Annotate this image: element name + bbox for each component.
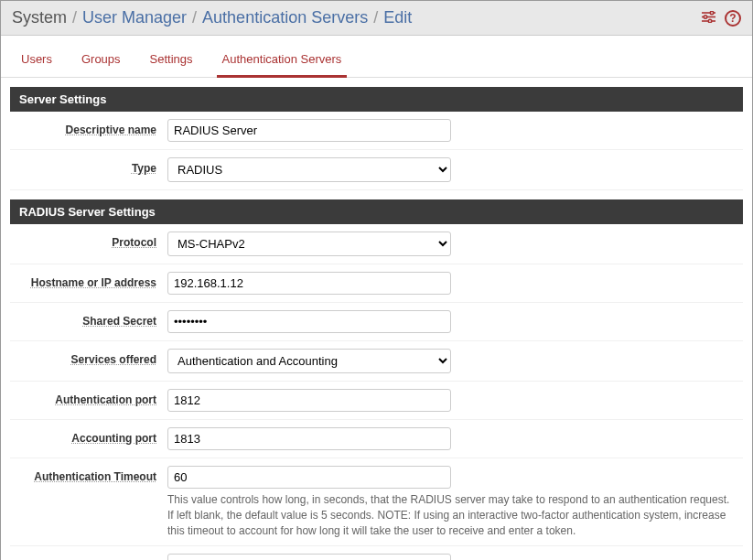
nas-ip-select[interactable]: LAN - 192.168.1.1 [167,554,451,560]
help-icon[interactable]: ? [725,10,741,27]
svg-point-5 [708,19,711,22]
auth-timeout-input[interactable] [167,466,451,489]
svg-point-3 [710,11,713,14]
auth-timeout-help: This value controls how long, in seconds… [167,492,734,538]
label-protocol: Protocol [19,232,156,249]
breadcrumb-auth-servers[interactable]: Authentication Servers [202,8,368,27]
section-header-radius-settings: RADIUS Server Settings [10,199,743,224]
type-select[interactable]: RADIUS [167,157,451,182]
svg-point-4 [704,15,706,17]
label-shared-secret: Shared Secret [19,310,156,328]
separator: / [192,8,197,27]
settings-sliders-icon[interactable] [702,11,715,26]
tab-auth-servers[interactable]: Authentication Servers [217,45,348,78]
services-select[interactable]: Authentication and Accounting [167,349,451,373]
breadcrumb-root: System [12,8,67,27]
shared-secret-input[interactable] [167,310,451,333]
tab-settings[interactable]: Settings [145,45,199,77]
label-auth-timeout: Authentication Timeout [19,466,156,483]
label-acct-port: Accounting port [19,427,156,445]
descriptive-name-input[interactable] [167,119,451,142]
separator: / [373,8,378,27]
separator: / [72,8,77,27]
label-hostname: Hostname or IP address [19,272,156,289]
label-type: Type [19,157,156,175]
label-auth-port: Authentication port [19,389,156,406]
tab-users[interactable]: Users [16,45,58,77]
label-nas-ip: RADIUS NAS IP Attribute [19,554,156,560]
label-services: Services offered [19,349,156,366]
tab-groups[interactable]: Groups [76,45,126,77]
label-descriptive-name: Descriptive name [19,119,156,136]
breadcrumb-edit[interactable]: Edit [383,8,412,27]
section-header-server-settings: Server Settings [10,87,743,112]
breadcrumb: System / User Manager / Authentication S… [12,8,412,27]
tab-bar: Users Groups Settings Authentication Ser… [1,36,752,78]
acct-port-input[interactable] [167,427,451,450]
auth-port-input[interactable] [167,389,451,412]
hostname-input[interactable] [167,272,451,295]
breadcrumb-user-manager[interactable]: User Manager [82,8,187,27]
protocol-select[interactable]: MS-CHAPv2 [167,232,451,256]
